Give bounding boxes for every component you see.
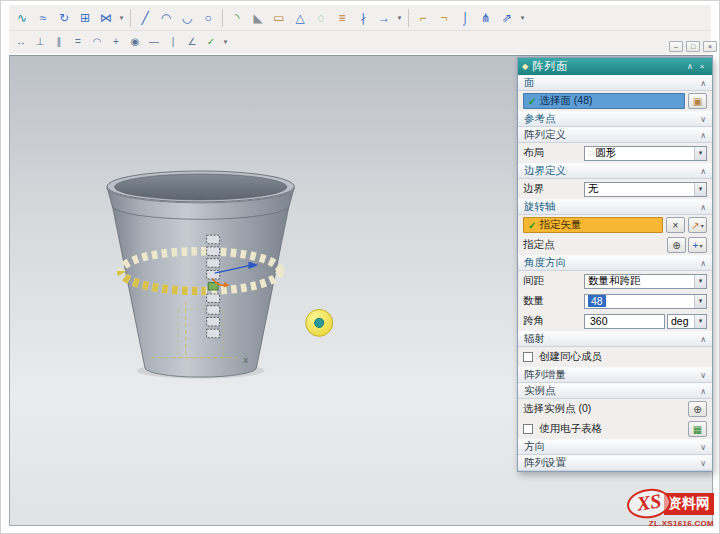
trim-tool[interactable]: ∤ (353, 8, 373, 27)
intersection-curve-tool[interactable]: ⋔ (476, 8, 496, 27)
make-corner-tool[interactable]: ⌐ (413, 8, 433, 27)
specify-vector[interactable]: ✓指定矢量 (523, 217, 663, 233)
close-window[interactable]: × (703, 41, 717, 52)
section-radiate[interactable]: 辐射∧ (518, 331, 712, 347)
vertical-constraint-tool[interactable]: | (164, 34, 182, 51)
rectangle-tool[interactable]: ▭ (269, 8, 289, 27)
count-input[interactable]: 48▾ (584, 294, 707, 309)
dialog-close[interactable]: × (696, 60, 708, 73)
create-concentric-checkbox[interactable] (523, 352, 533, 362)
edit-group-dropdown[interactable]: ▾ (395, 8, 404, 27)
toolbar-row-2: ↔⊥∥=◠+◉―|∠✓▾ (9, 31, 711, 53)
dialog-title-bar[interactable]: ◆ 阵列面 ∧× (518, 58, 712, 75)
section-label: 辐射 (524, 332, 700, 346)
ellipse-tool[interactable]: ◌ (311, 8, 331, 27)
point-on-curve-tool[interactable]: ◉ (126, 34, 144, 51)
span-angle-input[interactable]: 360 (584, 314, 665, 329)
coincident-constraint-tool[interactable]: + (107, 34, 125, 51)
offset-curve-tool[interactable]: ↻ (54, 8, 74, 27)
arc-tool[interactable]: ◠ (156, 8, 176, 27)
chevron-up-icon: ∧ (700, 79, 706, 88)
line-tool[interactable]: ╱ (135, 8, 155, 27)
circle-tool[interactable]: ○ (198, 8, 218, 27)
input-options-arrow-icon: ▾ (694, 295, 706, 308)
minimize-window[interactable]: – (669, 41, 683, 52)
pattern-curve-tool[interactable]: ⊞ (75, 8, 95, 27)
dropdown-value: 圆形 (595, 146, 616, 160)
section-reference-point[interactable]: 参考点∨ (518, 111, 712, 127)
chevron-up-icon: ∧ (700, 335, 706, 344)
section-label: 阵列定义 (524, 128, 700, 142)
extend-tool[interactable]: → (374, 8, 394, 27)
section-instance-points[interactable]: 实例点∧ (518, 383, 712, 399)
span-angle-row: 跨角360deg▾ (518, 311, 712, 331)
polygon-tool[interactable]: △ (290, 8, 310, 27)
chevron-up-icon: ∧ (700, 131, 706, 140)
unit-arrow-icon: ▾ (694, 315, 706, 328)
rapid-dimension-tool[interactable]: ↔ (12, 34, 30, 51)
check-icon: ✓ (528, 220, 536, 231)
vector-options-button[interactable]: ↗▾ (688, 217, 707, 233)
tangent-constraint-tool[interactable]: ◠ (88, 34, 106, 51)
horizontal-constraint-tool[interactable]: ― (145, 34, 163, 51)
section-boundary-definition[interactable]: 边界定义∧ (518, 163, 712, 179)
three-point-arc-tool[interactable]: ◡ (177, 8, 197, 27)
angle-constraint-tool[interactable]: ∠ (183, 34, 201, 51)
dialog-feature-icon: ◆ (522, 62, 528, 71)
layout-dropdown[interactable]: ◌圆形▾ (584, 146, 707, 161)
point-options-button[interactable]: +▾ (688, 237, 707, 253)
span-angle-unit-dropdown[interactable]: deg▾ (667, 314, 707, 329)
dialog-collapse[interactable]: ∧ (684, 60, 696, 73)
section-angle-direction[interactable]: 角度方向∧ (518, 255, 712, 271)
select-face[interactable]: ✓选择面 (48) (523, 93, 685, 109)
chevron-down-icon: ∨ (700, 459, 706, 468)
auto-constrain-tool[interactable]: ✓ (202, 34, 220, 51)
section-pattern-settings[interactable]: 阵列设置∨ (518, 455, 712, 471)
equal-constraint-tool[interactable]: = (69, 34, 87, 51)
offset-tool[interactable]: ≡ (332, 8, 352, 27)
layout-option-icon: ◌ (588, 148, 593, 158)
use-spreadsheet-checkbox[interactable] (523, 424, 533, 434)
section-orientation[interactable]: 方向∨ (518, 439, 712, 455)
select-instance-point-row: 选择实例点 (0)⊕ (518, 399, 712, 419)
row-control: 数量和跨距▾ (584, 274, 707, 289)
instance-point-select-button[interactable]: ⊕ (688, 401, 707, 417)
curve-group-dropdown[interactable]: ▾ (117, 8, 126, 27)
vector-dialog-button[interactable]: × (666, 217, 685, 233)
fillet-tool[interactable]: ◝ (227, 8, 247, 27)
drag-handle-center[interactable] (315, 318, 324, 327)
restore-window[interactable]: □ (686, 41, 700, 52)
face-rule-button[interactable]: ▣ (688, 93, 707, 109)
derived-line-tool[interactable]: ⇗ (497, 8, 517, 27)
chamfer-tool[interactable]: ◣ (248, 8, 268, 27)
spacing-dropdown[interactable]: 数量和跨距▾ (584, 274, 707, 289)
profile-tool[interactable]: ∿ (12, 8, 32, 27)
selected-face-column[interactable] (207, 235, 220, 337)
cup-model[interactable] (107, 171, 294, 377)
section-rotation-axis[interactable]: 旋转轴∧ (518, 199, 712, 215)
chevron-down-icon: ∨ (700, 443, 706, 452)
geometric-constraints-tool[interactable]: ⊥ (31, 34, 49, 51)
highlight-label: 选择面 (48) (539, 94, 592, 108)
drag-handle[interactable] (306, 309, 333, 336)
mirror-curve-tool[interactable]: ⋈ (96, 8, 116, 27)
watermark-url: ZL.XS1616.COM (627, 519, 714, 528)
row-label: 边界 (523, 182, 581, 196)
section-pattern-definition[interactable]: 阵列定义∧ (518, 127, 712, 143)
section-pattern-increment[interactable]: 阵列增量∨ (518, 367, 712, 383)
boundary-dropdown[interactable]: 无▾ (584, 182, 707, 197)
recipe-group-dropdown[interactable]: ▾ (518, 8, 527, 27)
toolbar-separator (130, 9, 131, 27)
highlight-label: 指定矢量 (539, 218, 581, 232)
spline-tool[interactable]: ≈ (33, 8, 53, 27)
project-curve-tool[interactable]: ⌡ (455, 8, 475, 27)
spreadsheet-button[interactable]: ▦ (688, 421, 707, 437)
point-dialog-button[interactable]: ⊕ (667, 237, 686, 253)
count-row: 数量48▾ (518, 291, 712, 311)
constraints-group-dropdown[interactable]: ▾ (221, 33, 230, 52)
chevron-up-icon: ∧ (700, 203, 706, 212)
quick-trim-tool[interactable]: ¬ (434, 8, 454, 27)
watermark-logo: XS (625, 486, 673, 521)
section-face[interactable]: 面∧ (518, 75, 712, 91)
parallel-constraint-tool[interactable]: ∥ (50, 34, 68, 51)
